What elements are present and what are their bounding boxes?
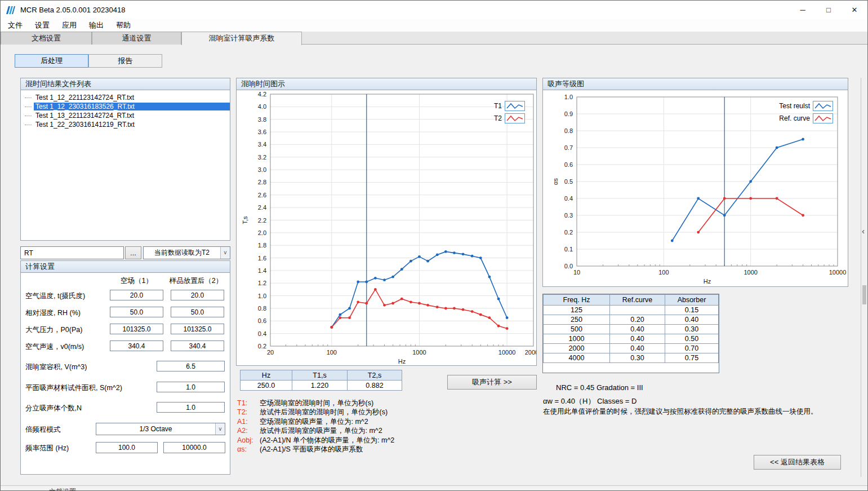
svg-text:10: 10 (573, 269, 580, 276)
data-read-as-value: 当前数据读取为T2 (144, 247, 220, 259)
bottom-clipped-tab-text: 文档设置 (49, 487, 76, 490)
calc-settings-title: 计算设置 (21, 261, 230, 273)
cursor-t1-value: 1.220 (292, 381, 348, 391)
file-list-item[interactable]: Test 1_13_221123142724_RT.txt (21, 111, 230, 120)
air-temp-input-1[interactable] (110, 290, 163, 300)
collapse-left-icon[interactable]: ‹ (862, 226, 865, 236)
air-temp-input-2[interactable] (171, 290, 224, 300)
absorption-calc-button[interactable]: 吸声计算 >> (447, 375, 537, 390)
cursor-t2-value: 0.882 (348, 381, 402, 391)
col-header-with-sample: 样品放置后（2） (161, 276, 231, 286)
file-list-item[interactable]: Test 1_12_221123142724_RT.txt (21, 93, 230, 102)
tab-document-settings[interactable]: 文档设置 (1, 32, 92, 45)
legend-note-label: A1: (237, 417, 257, 426)
bottom-clipped-row: 文档设置 (1, 485, 867, 490)
room-volume-input[interactable] (157, 361, 225, 371)
svg-text:2.6: 2.6 (258, 192, 266, 198)
freq-range-label: 频率范围 (Hz) (25, 444, 69, 453)
cursor-col-t2: T2,s (348, 370, 402, 381)
humidity-label: 相对湿度, RH (%) (25, 308, 81, 318)
absorber-table-cell: 250 (544, 315, 610, 325)
absorber-table-cell: 0.40 (610, 325, 665, 334)
absorber-table-cell: 0.30 (610, 353, 665, 363)
absorber-count-input[interactable] (157, 402, 225, 413)
chevron-down-icon: ˅ (220, 247, 230, 259)
svg-text:0.3: 0.3 (564, 212, 573, 219)
file-list: Test 1_12_221123142724_RT.txtTest 1_12_2… (21, 90, 230, 240)
menu-file[interactable]: 文件 (2, 19, 29, 32)
absorber-table-cell: 0.15 (665, 306, 719, 315)
browse-button[interactable]: ... (125, 246, 141, 259)
minimize-button[interactable]: ─ (790, 1, 816, 19)
menu-output[interactable]: 输出 (83, 19, 110, 32)
svg-text:100: 100 (327, 349, 337, 356)
tree-branch-icon (25, 125, 32, 125)
menu-help[interactable]: 帮助 (110, 19, 137, 32)
freq-min-input[interactable] (96, 442, 158, 453)
return-to-results-button[interactable]: << 返回结果表格 (754, 455, 841, 470)
absorber-col-freq: Freq. Hz (544, 295, 610, 306)
absorber-table-row: 10000.400.50 (544, 334, 719, 344)
file-list-item-label: Test 1_12_230316183526_RT.txt (34, 103, 230, 110)
close-button[interactable]: ✕ (842, 1, 867, 19)
absorber-table-row: 2500.200.40 (544, 315, 719, 325)
rt-name-input[interactable] (20, 246, 124, 259)
humidity-input-1[interactable] (110, 307, 163, 317)
subtab-postprocess[interactable]: 后处理 (15, 54, 88, 68)
svg-text:Hz: Hz (704, 278, 711, 285)
svg-text:T,s: T,s (242, 216, 248, 224)
sample-area-input[interactable] (157, 382, 225, 392)
octave-mode-dropdown[interactable]: 1/3 Octave ˅ (96, 423, 225, 435)
splitter-handle[interactable] (862, 285, 866, 304)
freq-max-input[interactable] (163, 442, 225, 453)
absorber-table-cell: 0.40 (610, 334, 665, 344)
chevron-down-icon: ˅ (215, 423, 225, 435)
svg-text:1.6: 1.6 (258, 255, 266, 262)
absorption-chart-title: 吸声等级图 (543, 78, 848, 90)
absorber-table-cell: 0.70 (665, 344, 719, 353)
svg-text:0.4: 0.4 (258, 330, 266, 337)
file-list-item[interactable]: Test 1_12_230316183526_RT.txt (21, 102, 230, 111)
rt-chart-svg: 0.20.40.60.81.01.21.41.61.82.02.22.42.62… (237, 90, 536, 365)
absorption-chart-legend: Test reulst Ref. curve (779, 100, 833, 124)
svg-text:1.0: 1.0 (258, 293, 266, 299)
tab-channel-settings[interactable]: 通道设置 (92, 32, 181, 45)
legend-note-line: T2:放试件后混响室的混响时间，单位为秒(s) (237, 408, 394, 417)
data-read-as-dropdown[interactable]: 当前数据读取为T2 ˅ (143, 246, 230, 259)
menu-apply[interactable]: 应用 (56, 19, 83, 32)
rt-chart[interactable]: 0.20.40.60.81.01.21.41.61.82.02.22.42.62… (237, 90, 536, 365)
sound-speed-input-2[interactable] (171, 340, 224, 351)
file-list-item-label: Test 1_12_221123142724_RT.txt (34, 94, 230, 101)
svg-text:2.8: 2.8 (258, 179, 266, 185)
air-temp-label: 空气温度, t(摄氏度) (25, 291, 85, 301)
file-list-item[interactable]: Test 1_22_230316141219_RT.txt (21, 120, 230, 129)
pressure-input-1[interactable] (110, 324, 163, 334)
app-window: MCR Beta 2.05.0.001 20230418 ─ □ ✕ 文件 设置… (0, 0, 868, 491)
absorber-table-row: 5000.400.30 (544, 325, 719, 334)
pressure-label: 大气压力，P0(Pa) (25, 325, 82, 335)
calc-settings-body: 空场（1） 样品放置后（2） 空气温度, t(摄氏度) 相对湿度, RH (%)… (21, 273, 230, 474)
absorber-table-cell: 0.20 (610, 315, 665, 325)
pressure-input-2[interactable] (171, 324, 224, 334)
legend-note-text: 放试件后混响室的吸声量，单位为: m^2 (260, 427, 382, 435)
legend-note-line: A1:空场混响室的吸声量，单位为: m^2 (237, 417, 394, 426)
col-header-empty-room: 空场（1） (110, 276, 163, 286)
t1-line-sample-icon (505, 101, 525, 111)
absorber-table-row: 1250.15 (544, 306, 719, 315)
svg-text:0.0: 0.0 (564, 263, 573, 269)
menu-settings[interactable]: 设置 (29, 19, 56, 32)
humidity-input-2[interactable] (171, 307, 224, 317)
legend-note-line: αs:(A2-A1)/S 平面吸声体的吸声系数 (237, 445, 394, 454)
subtab-report[interactable]: 报告 (88, 54, 162, 68)
cursor-value-table: Hz T1,s T2,s 250.0 1.220 0.882 (240, 370, 402, 391)
absorber-table-cell: 0.40 (665, 315, 719, 325)
legend-note-text: 空场混响室的吸声量，单位为: m^2 (260, 418, 368, 426)
absorber-count-label: 分立吸声体个数,N (25, 404, 82, 413)
svg-text:0.2: 0.2 (564, 229, 573, 236)
svg-text:1000: 1000 (412, 349, 426, 356)
svg-text:10000: 10000 (829, 269, 847, 276)
tab-reverb-absorption[interactable]: 混响室计算吸声系数 (181, 32, 302, 45)
maximize-button[interactable]: □ (816, 1, 842, 19)
svg-text:10000: 10000 (498, 349, 516, 356)
sound-speed-input-1[interactable] (110, 340, 163, 351)
